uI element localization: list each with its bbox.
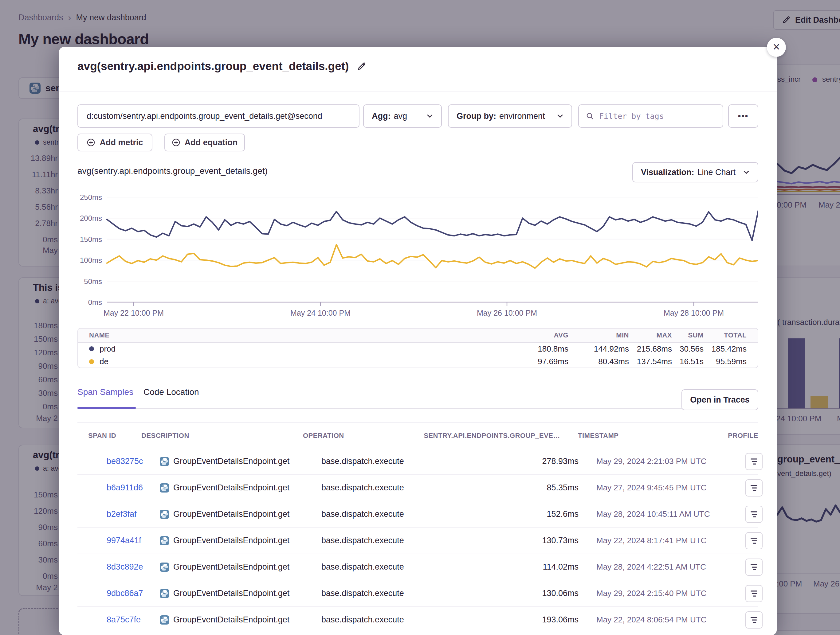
summary-header-total: TOTAL [704,331,747,339]
sample-row: 9dbc86a7 GroupEventDetailsEndpoint.get b… [77,580,758,607]
agg-dropdown[interactable]: Agg:avg [363,104,442,128]
timestamp-cell: May 29, 2024 2:15:40 PM UTC [596,580,706,607]
profile-button[interactable] [745,506,763,523]
chevron-down-icon [743,169,750,176]
samples-table-header: SPAN ID DESCRIPTION OPERATION SENTRY.API… [77,422,758,448]
duration-cell: 152.6ms [486,501,578,527]
metric-details-modal: avg(sentry.api.endpoints.group_event_det… [59,47,777,635]
description-cell: GroupEventDetailsEndpoint.get [160,554,289,580]
close-icon: × [773,41,780,53]
profile-button[interactable] [745,532,763,549]
duration-cell: 114.02ms [486,554,578,580]
header-description: DESCRIPTION [141,432,189,440]
description-cell: GroupEventDetailsEndpoint.get [160,448,289,474]
span-id-link[interactable]: be83275c [107,448,143,474]
series-dot [89,359,94,364]
edit-title-pencil-icon[interactable] [357,61,366,71]
summary-row-de[interactable]: de 97.69ms 80.43ms 137.54ms 16.51s 95.59… [78,355,758,368]
header-span-id: SPAN ID [88,432,116,440]
tab-code-location[interactable]: Code Location [144,387,199,397]
operation-cell: base.dispatch.execute [321,607,404,633]
metric-query-input[interactable]: d:custom/sentry.api.endpoints.group_even… [77,104,360,128]
filter-placeholder: Filter by tags [599,112,664,121]
profile-icon [749,536,759,545]
modal-header-divider [59,91,777,91]
duration-cell: 130.06ms [486,580,578,607]
description-cell: GroupEventDetailsEndpoint.get [160,501,289,527]
span-id-link[interactable]: b2ef3faf [107,501,137,527]
description-cell: GroupEventDetailsEndpoint.get [160,475,289,501]
sample-row: 8a75c7fe GroupEventDetailsEndpoint.get b… [77,607,758,633]
profile-icon [749,589,759,598]
tab-span-samples[interactable]: Span Samples [77,387,133,397]
filter-tags-input[interactable]: Filter by tags [578,104,723,128]
profile-icon [749,563,759,572]
header-timestamp: TIMESTAMP [578,432,619,440]
plus-circle-icon [172,138,180,147]
span-id-link[interactable]: 8a75c7fe [107,607,141,633]
profile-icon [749,510,759,519]
timestamp-cell: May 28, 2024 10:45:11 AM UTC [596,501,710,527]
svg-text:100ms: 100ms [80,256,102,265]
summary-header-max: MAX [629,331,672,339]
sample-row: 9974a41f GroupEventDetailsEndpoint.get b… [77,528,758,554]
svg-text:0ms: 0ms [88,298,102,306]
profile-icon [749,483,759,493]
profile-button[interactable] [745,453,763,470]
series-summary-table: NAME AVG MIN MAX SUM TOTAL prod 180.8ms … [77,328,758,368]
header-profile: PROFILE [704,432,758,440]
python-icon [160,563,169,572]
timestamp-cell: May 27, 2024 9:45:45 PM UTC [596,475,706,501]
svg-text:250ms: 250ms [80,193,102,202]
plus-circle-icon [87,138,95,147]
visualization-dropdown[interactable]: Visualization:Line Chart [632,162,758,183]
description-cell: GroupEventDetailsEndpoint.get [160,607,289,633]
timestamp-cell: May 28, 2024 4:22:51 AM UTC [596,554,706,580]
operation-cell: base.dispatch.execute [321,448,404,474]
sample-row: 8d3c892e GroupEventDetailsEndpoint.get b… [77,554,758,580]
svg-text:May 24 10:00 PM: May 24 10:00 PM [291,309,351,317]
timestamp-cell: May 29, 2024 2:21:03 PM UTC [596,448,706,474]
span-id-link[interactable]: 9974a41f [107,528,141,554]
timestamp-cell: May 22, 2024 8:17:41 PM UTC [596,528,706,554]
search-icon [586,112,594,120]
add-metric-button[interactable]: Add metric [77,134,152,151]
sample-row: be83275c GroupEventDetailsEndpoint.get b… [77,448,758,475]
metric-line-chart: 0ms50ms100ms150ms200ms250msMay 22 10:00 … [77,191,758,319]
svg-text:200ms: 200ms [80,214,102,222]
open-in-traces-button[interactable]: Open in Traces [682,389,758,410]
operation-cell: base.dispatch.execute [321,528,404,554]
span-id-link[interactable]: 9dbc86a7 [107,580,143,607]
span-id-link[interactable]: 8d3c892e [107,554,143,580]
svg-text:150ms: 150ms [80,235,102,244]
tab-divider [77,408,724,409]
svg-text:May 28 10:00 PM: May 28 10:00 PM [664,309,724,317]
group-by-dropdown[interactable]: Group by:environment [448,104,572,128]
profile-button[interactable] [745,585,763,602]
duration-cell: 278.93ms [486,448,578,474]
summary-row-prod[interactable]: prod 180.8ms 144.92ms 215.68ms 30.56s 18… [78,343,758,355]
svg-text:50ms: 50ms [84,277,102,285]
profile-icon [749,615,759,624]
more-options-button[interactable]: ••• [728,104,758,128]
header-metric-value: SENTRY.API.ENDPOINTS.GROUP_EVE… [397,432,560,440]
series-dot [89,347,94,351]
operation-cell: base.dispatch.execute [321,580,404,607]
summary-header-avg: AVG [522,331,568,339]
python-icon [160,589,169,598]
duration-cell: 193.06ms [486,607,578,633]
span-id-link[interactable]: b6a911d6 [107,475,143,501]
duration-cell: 130.73ms [486,528,578,554]
summary-header-row: NAME AVG MIN MAX SUM TOTAL [78,329,758,343]
operation-cell: base.dispatch.execute [321,475,404,501]
profile-button[interactable] [745,559,763,576]
modal-title: avg(sentry.api.endpoints.group_event_det… [77,60,366,73]
sample-row: b2ef3faf GroupEventDetailsEndpoint.get b… [77,501,758,528]
python-icon [160,483,169,493]
python-icon [160,615,169,624]
profile-button[interactable] [745,611,763,629]
add-equation-button[interactable]: Add equation [164,134,245,151]
svg-text:May 26 10:00 PM: May 26 10:00 PM [477,309,537,317]
close-modal-button[interactable]: × [767,38,786,57]
profile-button[interactable] [745,479,763,496]
